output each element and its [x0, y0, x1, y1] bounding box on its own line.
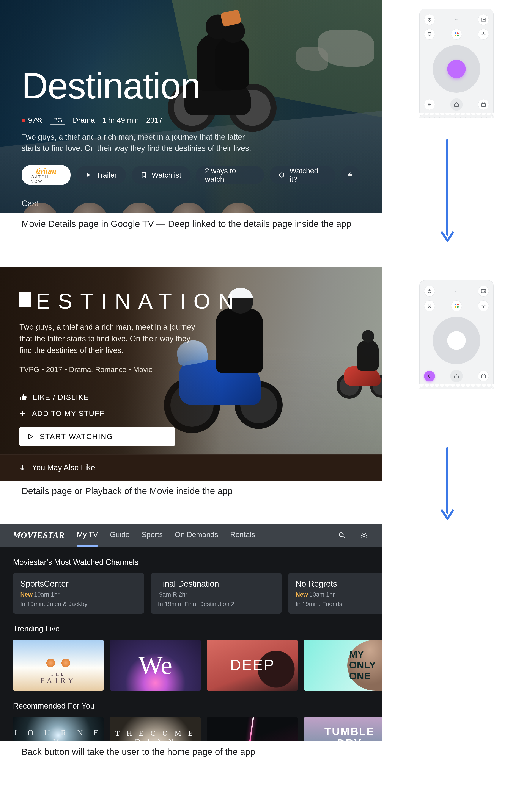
play-icon — [85, 172, 92, 178]
remote-settings-button[interactable] — [478, 29, 489, 40]
tab-on-demands[interactable]: On Demands — [175, 530, 218, 540]
app-description: Two guys, a thief and a rich man, meet i… — [20, 321, 196, 356]
rec-tile-source[interactable]: THE SOURCE — [207, 717, 298, 741]
svg-line-12 — [482, 35, 482, 36]
circle-icon — [279, 172, 285, 178]
watched-label: Watched it? — [290, 167, 326, 183]
remote-home-button[interactable] — [450, 370, 463, 382]
remote-bookmark-button[interactable] — [424, 300, 435, 311]
thumb-up-icon — [20, 394, 27, 401]
search-button[interactable] — [337, 530, 347, 540]
caption-1: Movie Details page in Google TV — Deep l… — [0, 213, 382, 230]
remote-input-button[interactable] — [478, 14, 489, 25]
title-logo-mark — [20, 292, 31, 307]
movie-title: Destination — [22, 65, 360, 107]
remote-input-button[interactable] — [478, 286, 489, 296]
remote-1: •• — [420, 9, 493, 118]
app-movie-title: ESTINATION — [20, 289, 241, 314]
watchlist-button[interactable]: Watchlist — [132, 166, 190, 184]
watched-it-button[interactable]: Watched it? — [270, 166, 335, 184]
remote-mic-icon: •• — [452, 18, 461, 21]
like-dislike-button[interactable]: LIKE / DISLIKE — [20, 393, 175, 402]
remote-dpad[interactable] — [433, 317, 480, 364]
svg-line-32 — [343, 536, 345, 538]
remote-dpad[interactable] — [433, 45, 480, 93]
plus-icon — [20, 410, 26, 416]
channel-next: In 19min: Jalen & Jackby — [20, 601, 137, 608]
start-watching-button[interactable]: START WATCHING — [20, 427, 175, 446]
rating-percent: 97% — [22, 116, 43, 124]
top-nav: MOVIESTAR My TV Guide Sports On Demands … — [0, 524, 382, 547]
watch-now-button[interactable]: tivium WATCH NOW — [22, 165, 71, 185]
rec-tile-tumble[interactable]: TUMBLE DRY — [304, 717, 382, 741]
tile-label: FAIRY — [40, 676, 76, 685]
caption-2: Details page or Playback of the Movie in… — [0, 481, 382, 498]
remote-live-button[interactable] — [478, 371, 489, 381]
section-recommended-title: Recommended For You — [0, 691, 382, 717]
remote-settings-button[interactable] — [478, 300, 489, 311]
tab-sports[interactable]: Sports — [142, 530, 163, 540]
app-brand: MOVIESTAR — [13, 530, 65, 540]
remote-back-button[interactable] — [424, 99, 435, 110]
footer-label: You May Also Like — [32, 463, 95, 472]
section-trending-title: Trending Live — [0, 613, 382, 640]
svg-line-9 — [482, 33, 482, 33]
channel-card[interactable]: Final Destination 9am R 2hr In 19min: Fi… — [151, 573, 282, 613]
remote-assistant-button[interactable] — [451, 300, 462, 311]
add-to-my-stuff-button[interactable]: ADD TO MY STUFF — [20, 409, 175, 418]
remote-assistant-button[interactable] — [451, 29, 462, 40]
ways-to-watch-button[interactable]: 2 ways to watch — [196, 166, 264, 184]
remote-live-button[interactable] — [478, 99, 489, 110]
remote-mic-icon: •• — [452, 289, 461, 293]
svg-line-39 — [366, 537, 366, 538]
moviestar-home-screen: MOVIESTAR My TV Guide Sports On Demands … — [0, 524, 382, 741]
flow-arrow-2 — [440, 446, 455, 521]
tile-label: DEEP — [230, 657, 275, 673]
rating-pg: PG — [50, 116, 65, 124]
new-badge: New — [20, 591, 33, 598]
provider-brand: tivium — [36, 166, 56, 176]
remote-bookmark-button[interactable] — [424, 29, 435, 40]
google-tv-details-screen: Destination 97% PG Drama 1 hr 49 min 201… — [0, 0, 382, 213]
tile-label: J O U R N E Y — [13, 728, 104, 741]
channel-next: In 19min: Final Destination 2 — [158, 601, 274, 608]
svg-rect-13 — [481, 104, 486, 107]
svg-line-27 — [485, 304, 485, 304]
channel-card[interactable]: No Regrets New10am 1hr In 19min: Friends — [288, 573, 382, 613]
runtime: 1 hr 49 min — [102, 116, 139, 124]
remote-dpad-center[interactable] — [447, 60, 466, 78]
svg-point-20 — [483, 305, 484, 307]
watchlist-label: Watchlist — [152, 171, 182, 179]
rec-tile-journey[interactable]: J O U R N E Y — [13, 717, 104, 741]
svg-line-28 — [482, 307, 482, 307]
genre: Drama — [73, 116, 95, 124]
trailer-button[interactable]: Trailer — [76, 166, 126, 184]
remote-power-button[interactable] — [424, 286, 435, 296]
trending-tile-one[interactable]: MY ONLY ONE — [304, 640, 382, 691]
trending-tile-fairy[interactable]: THEFAIRY — [13, 640, 104, 691]
rec-tile-comedian[interactable]: T H E C O M E D I A N — [110, 717, 200, 741]
remote-home-button[interactable] — [450, 98, 463, 111]
trending-tile-we[interactable]: We — [110, 640, 200, 691]
you-may-also-like-row[interactable]: You May Also Like — [0, 455, 382, 481]
remote-dpad-center[interactable] — [447, 331, 466, 350]
rate-button[interactable] — [341, 166, 360, 184]
trailer-label: Trailer — [97, 171, 117, 179]
tab-rentals[interactable]: Rentals — [230, 530, 255, 540]
tab-guide[interactable]: Guide — [110, 530, 130, 540]
channel-card[interactable]: SportsCenter New10am 1hr In 19min: Jalen… — [13, 573, 144, 613]
remote-back-button[interactable] — [424, 371, 435, 381]
new-badge: New — [296, 591, 308, 598]
app-meta: TVPG • 2017 • Drama, Romance • Movie — [20, 365, 241, 374]
year: 2017 — [146, 116, 163, 124]
svg-line-11 — [485, 33, 485, 33]
settings-button[interactable] — [359, 530, 369, 540]
section-channels-title: Moviestar's Most Watched Channels — [0, 547, 382, 573]
tab-my-tv[interactable]: My TV — [77, 530, 98, 540]
trending-tile-deep[interactable]: DEEP — [207, 640, 298, 691]
svg-line-10 — [485, 35, 485, 36]
svg-point-0 — [279, 173, 284, 177]
play-icon — [28, 434, 34, 440]
remote-power-button[interactable] — [424, 14, 435, 25]
channel-time: 10am 1hr — [34, 591, 59, 598]
